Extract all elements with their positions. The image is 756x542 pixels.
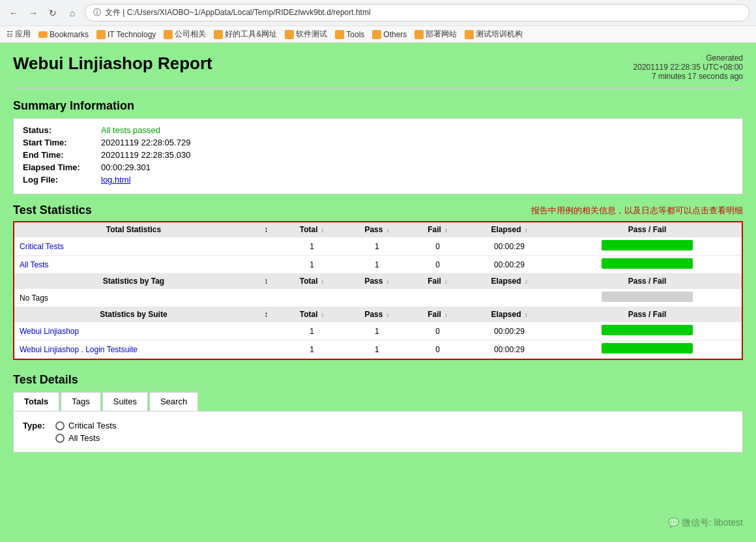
status-value: All tests passed [101,125,160,135]
no-tags-row: No Tags [14,289,742,307]
all-tests-link[interactable]: All Tests [20,260,48,269]
elapsed-label: Elapsed Time: [23,162,94,172]
login-testsuite-name: Webui Linjiashop . Login Testsuite [14,340,253,359]
wl-fail: 0 [409,322,465,340]
all-tests-row: All Tests 1 1 0 00:00:29 [14,256,742,274]
details-title: Test Details [13,373,743,387]
col-total-header: Total ↕ [280,222,345,237]
tag-elapsed-sort[interactable]: ↕ [525,279,528,285]
bookmark-others[interactable]: Others [372,30,407,39]
all-tests-pass: 1 [344,256,409,274]
all-tests-spacer [253,256,280,274]
logfile-link[interactable]: log.html [101,175,131,185]
no-tags-pass [344,289,409,307]
radio-critical-label: Critical Tests [68,421,116,430]
endtime-value: 20201119 22:28:35.030 [101,150,190,160]
summary-row-status: Status: All tests passed [23,125,733,135]
statistics-title: Test Statistics [13,203,92,217]
tag-total-header: Total ↕ [280,274,345,289]
login-testsuite-link[interactable]: Webui Linjiashop . Login Testsuite [20,345,138,354]
total-stats-header-row: Total Statistics ↕ Total ↕ Pass ↕ Fail ↕… [14,222,742,237]
login-testsuite-row: Webui Linjiashop . Login Testsuite 1 1 0… [14,340,742,359]
radio-all-input[interactable] [55,434,65,443]
home-button[interactable]: ⌂ [65,6,80,20]
total-stats-sort[interactable]: ↕ [253,222,280,237]
summary-title: Summary Information [13,99,743,113]
wl-total: 1 [280,322,345,340]
tag-pass-sort[interactable]: ↕ [386,279,390,285]
critical-tests-bar [553,237,742,256]
tab-search[interactable]: Search [149,392,198,411]
tab-totals[interactable]: Totals [13,392,59,411]
status-label: Status: [23,125,94,135]
tag-fail-sort[interactable]: ↕ [444,279,448,285]
lt-total: 1 [280,340,345,359]
summary-row-endtime: End Time: 20201119 22:28:35.030 [23,150,733,160]
tag-stats-header: Statistics by Tag [14,274,253,289]
tab-suites[interactable]: Suites [102,392,148,411]
pass-sort-arrow[interactable]: ↕ [386,227,390,233]
suite-total-sort[interactable]: ↕ [321,312,325,318]
suite-fail-sort[interactable]: ↕ [444,312,448,318]
bookmark-tools[interactable]: Tools [335,30,364,39]
bookmark-apps[interactable]: ☷ 应用 [7,29,31,40]
summary-row-starttime: Start Time: 20201119 22:28:05.729 [23,138,733,147]
wl-elapsed: 00:00:29 [466,322,553,340]
no-tags-bar [553,289,742,307]
bookmark-training[interactable]: 测试培训机构 [465,29,523,40]
no-tags-fail [409,289,465,307]
tag-sort[interactable]: ↕ [253,274,280,289]
report-generated-info: Generated 20201119 22:28:35 UTC+08:00 7 … [633,53,743,81]
details-panel: Type: Critical Tests All Tests [13,412,743,453]
bookmark-software-testing[interactable]: 软件测试 [285,29,327,40]
secure-icon: ⓘ [93,7,101,18]
suite-pass-sort[interactable]: ↕ [386,312,390,318]
radio-group: Critical Tests All Tests [55,421,116,443]
watermark-text: 微信号: libotest [682,517,743,528]
elapsed-sort-arrow[interactable]: ↕ [525,227,528,233]
fail-sort-arrow[interactable]: ↕ [444,227,448,233]
col-fail-header: Fail ↕ [409,222,465,237]
reload-button[interactable]: ↻ [46,6,60,20]
col-pass-header: Pass ↕ [344,222,409,237]
suite-fail-header: Fail ↕ [409,307,465,322]
logfile-label: Log File: [23,175,94,185]
lt-bar [553,340,742,359]
bookmark-deploy[interactable]: 部署网站 [414,29,457,40]
bookmark-bookmarks[interactable]: Bookmarks [38,30,89,39]
radio-critical-input[interactable] [55,421,65,430]
generated-ago: 7 minutes 17 seconds ago [633,72,743,81]
suite-sort[interactable]: ↕ [253,307,280,322]
suite-pass-header: Pass ↕ [344,307,409,322]
wl-spacer [253,322,280,340]
forward-button[interactable]: → [26,6,40,20]
tag-total-sort[interactable]: ↕ [321,279,325,285]
critical-tests-link[interactable]: Critical Tests [20,242,64,251]
tag-elapsed-header: Elapsed ↕ [466,274,553,289]
bookmark-company[interactable]: 公司相关 [164,29,206,40]
summary-table: Status: All tests passed Start Time: 202… [13,118,743,194]
back-button[interactable]: ← [7,6,21,20]
webui-linjiashop-row: Webui Linjiashop 1 1 0 00:00:29 [14,322,742,340]
main-content: Webui Linjiashop Report Generated 202011… [0,43,756,533]
radio-all: All Tests [55,433,116,443]
suite-elapsed-sort[interactable]: ↕ [525,312,528,318]
no-tags-name: No Tags [14,289,253,307]
generated-date: 20201119 22:28:35 UTC+08:00 [633,63,743,72]
bookmark-it-technology[interactable]: IT Technology [96,30,156,39]
total-stats-header: Total Statistics [14,222,253,237]
endtime-label: End Time: [23,150,94,160]
all-tests-name: All Tests [14,256,253,274]
watermark: 💬 微信号: libotest [668,517,743,529]
summary-row-logfile: Log File: log.html [23,175,733,185]
no-tags-total [280,289,345,307]
generated-label: Generated [633,53,743,63]
col-elapsed-header: Elapsed ↕ [466,222,553,237]
address-bar[interactable]: ⓘ 文件 | C:/Users/XIAOBO~1/AppData/Local/T… [85,4,749,22]
critical-tests-row: Critical Tests 1 1 0 00:00:29 [14,237,742,256]
stats-header-row: Test Statistics 报告中用例的相关信息，以及日志等都可以点击查看明… [13,203,743,217]
tab-tags[interactable]: Tags [61,392,100,411]
bookmark-tools-websites[interactable]: 好的工具&网址 [214,29,277,40]
total-sort-arrow[interactable]: ↕ [321,227,325,233]
webui-linjiashop-link[interactable]: Webui Linjiashop [20,327,79,336]
